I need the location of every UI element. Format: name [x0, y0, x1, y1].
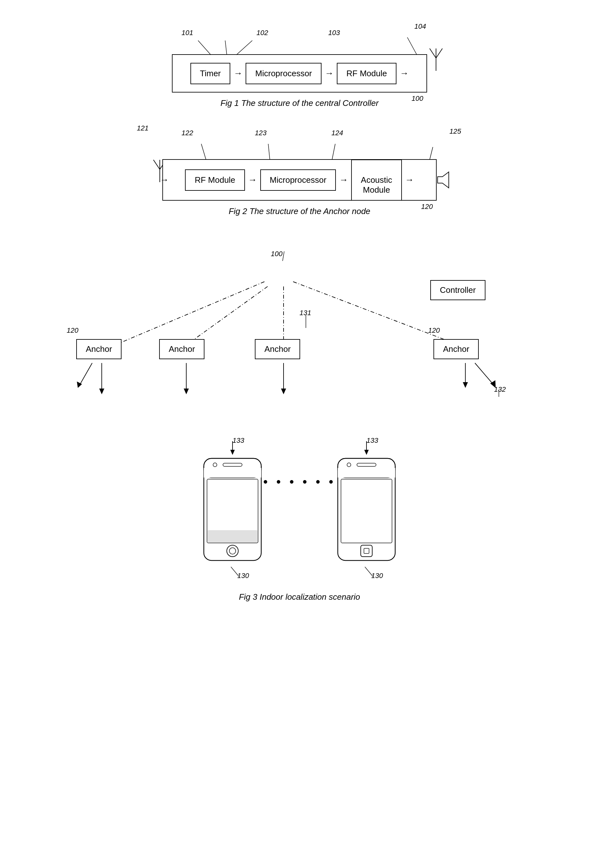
label-130a: 130 [237, 572, 249, 580]
label-132-line [496, 388, 505, 397]
phone2-wrapper: 133 [334, 439, 398, 579]
controller-box: Controller [430, 280, 485, 300]
svg-line-10 [332, 144, 335, 160]
svg-line-17 [118, 282, 265, 344]
fig2-label-lines [176, 141, 399, 161]
svg-marker-16 [438, 172, 449, 188]
label-103: 103 [328, 29, 340, 37]
label-104: 104 [414, 23, 426, 31]
anchor3-box: Anchor [255, 339, 300, 359]
page: 101 102 103 104 Timer → Microproces [0, 0, 599, 868]
svg-line-2 [236, 41, 252, 55]
svg-line-18 [188, 286, 268, 344]
fig1-caption: Fig 1 The structure of the central Contr… [156, 98, 443, 108]
svg-marker-39 [230, 450, 235, 455]
label-102: 102 [256, 29, 268, 37]
svg-marker-26 [184, 388, 189, 394]
svg-rect-54 [338, 468, 395, 478]
arrow-antenna-fig2: → [160, 175, 169, 185]
svg-line-9 [268, 144, 270, 160]
fig1-outer-box: Timer → Microprocessor → RF Module → 100 [172, 54, 427, 93]
svg-line-8 [201, 144, 206, 160]
svg-line-3 [407, 37, 417, 55]
label-100-fig1: 100 [411, 95, 423, 103]
antenna-fig1 [426, 45, 445, 74]
anchor1-box: Anchor [76, 339, 122, 359]
fig1-label-lines [192, 37, 256, 56]
svg-marker-24 [77, 382, 82, 388]
svg-line-7 [436, 48, 442, 58]
label-100-line [278, 250, 290, 263]
label-121: 121 [137, 124, 149, 132]
label-131-line [303, 312, 315, 328]
svg-line-15 [160, 160, 163, 169]
anchor2-box: Anchor [159, 339, 205, 359]
figure-1: 101 102 103 104 Timer → Microproces [156, 32, 443, 108]
microprocessor-block: Microprocessor [245, 63, 322, 84]
fig3-connection-lines [60, 245, 539, 430]
dots-between-phones: • • • • • • [263, 475, 336, 489]
fig2-label-line-125 [423, 144, 462, 161]
svg-line-5 [430, 48, 436, 58]
svg-line-31 [475, 363, 494, 385]
label-120a: 120 [67, 326, 78, 335]
timer-block: Timer [190, 63, 230, 84]
svg-rect-48 [208, 530, 257, 542]
svg-marker-30 [463, 382, 468, 388]
label-123: 123 [255, 129, 266, 137]
phone2-svg [334, 457, 398, 565]
figure-2: 121 122 123 124 125 → [140, 134, 459, 216]
label-120d: 120 [428, 326, 440, 335]
svg-marker-28 [281, 388, 286, 394]
label-133a: 133 [233, 436, 244, 445]
microprocessor-block-fig2: Microprocessor [260, 169, 336, 191]
svg-line-1 [225, 41, 227, 55]
phone1-wrapper: 133 [201, 439, 265, 579]
svg-marker-51 [364, 450, 369, 455]
speaker-fig2 [434, 167, 457, 193]
svg-line-0 [198, 41, 211, 55]
label-120-fig2: 120 [421, 203, 433, 211]
figure-3: 100 Controller 120 Anchor 120 [26, 245, 573, 602]
fig2-caption: Fig 2 The structure of the Anchor node [140, 206, 459, 216]
phone1-svg [201, 457, 265, 565]
rf-module-block-fig2: RF Module [185, 169, 245, 191]
arrow-2: → [325, 68, 334, 78]
fig1-label-line-104 [391, 34, 423, 56]
antenna-left-fig2 [137, 152, 163, 184]
svg-line-33 [283, 251, 284, 261]
arrow-fig2-3: → [405, 175, 414, 185]
svg-line-23 [80, 363, 92, 385]
svg-line-13 [154, 160, 160, 169]
phones-section: 133 [26, 439, 573, 579]
label-125: 125 [449, 127, 461, 135]
svg-line-11 [430, 147, 433, 160]
label-130b: 130 [371, 572, 383, 580]
arrow-1: → [233, 68, 242, 78]
fig3-network: 100 Controller 120 Anchor 120 [60, 245, 539, 430]
fig2-outer-box: → RF Module → Microprocessor → Acoustic … [163, 159, 436, 201]
label-122: 122 [182, 129, 193, 137]
arrow-3: → [400, 68, 409, 78]
rf-module-block: RF Module [337, 63, 396, 84]
arrow-fig2-1: → [248, 175, 257, 185]
svg-marker-22 [99, 388, 104, 394]
arrow-fig2-2: → [339, 175, 348, 185]
label-133b: 133 [366, 436, 378, 445]
label-124: 124 [331, 129, 343, 137]
anchor4-box: Anchor [433, 339, 479, 359]
label-101: 101 [182, 29, 193, 37]
acoustic-block-fig2: Acoustic Module [351, 159, 402, 201]
fig3-caption: Fig 3 Indoor localization scenario [26, 592, 573, 602]
svg-rect-42 [204, 468, 261, 478]
